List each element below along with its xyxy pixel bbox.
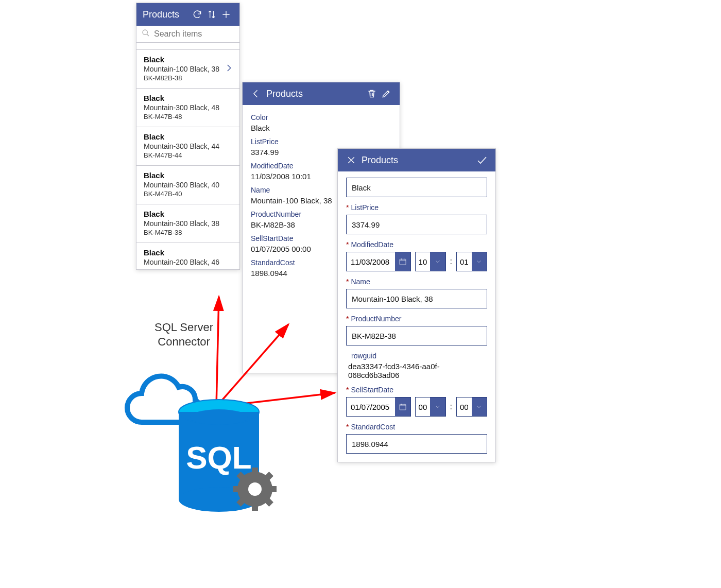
list-item-name: Mountain-300 Black, 40 — [144, 181, 232, 189]
list-item-sku: BK-M47B-38 — [144, 229, 232, 236]
list-item-sku: BK-M82B-38 — [144, 74, 232, 82]
delete-icon[interactable] — [365, 87, 379, 101]
chevron-down-icon[interactable] — [430, 397, 445, 416]
list-item[interactable]: Black Mountain-200 Black, 46 — [136, 243, 239, 269]
list-card: Products Black Mountain-100 Black, 38 BK… — [136, 3, 240, 270]
list-item-color: Black — [144, 171, 232, 180]
svg-text:SQL: SQL — [186, 440, 251, 475]
edit-card: Products Black *ListPrice 3374.99 *Modif… — [337, 148, 496, 462]
list-item-name: Mountain-200 Black, 46 — [144, 258, 232, 266]
edit-title: Products — [362, 155, 475, 166]
search-input[interactable] — [154, 29, 234, 39]
calendar-icon[interactable] — [395, 397, 410, 416]
input-prodnum[interactable]: BK-M82B-38 — [346, 326, 487, 345]
svg-rect-16 — [233, 486, 242, 492]
input-sellstart-hh[interactable]: 00 — [415, 397, 446, 417]
edit-body: Black *ListPrice 3374.99 *ModifiedDate 1… — [338, 171, 495, 462]
input-moddate-hh[interactable]: 10 — [415, 252, 446, 271]
list-item-name: Mountain-300 Black, 38 — [144, 219, 232, 228]
input-sellstart-date[interactable]: 01/07/2005 — [346, 397, 411, 417]
list-item-color: Black — [144, 248, 232, 257]
input-sellstart-mm[interactable]: 00 — [456, 397, 487, 417]
list-header: Products — [136, 3, 239, 26]
val-rowguid: dea33347-fcd3-4346-aa0f-068cd6b3ad06 — [348, 362, 487, 379]
svg-rect-2 — [400, 404, 406, 410]
datetime-moddate: 11/03/2008 10 : 01 — [346, 252, 487, 271]
detail-title: Products — [266, 89, 365, 99]
list-item[interactable]: Black Mountain-300 Black, 48 BK-M47B-48 — [136, 89, 239, 127]
sql-database-icon: SQL — [121, 360, 281, 520]
svg-rect-14 — [252, 468, 258, 476]
annotation-sql-connector: SQL Server Connector — [154, 320, 213, 349]
val-color: Black — [251, 124, 391, 132]
chevron-down-icon[interactable] — [430, 252, 445, 271]
list-item-sku: BK-M47B-48 — [144, 113, 232, 120]
lbl-listprice-edit: *ListPrice — [346, 203, 487, 212]
lbl-moddate-edit: *ModifiedDate — [346, 240, 487, 249]
lbl-listprice: ListPrice — [251, 137, 391, 146]
svg-point-13 — [248, 482, 262, 496]
lbl-sellstart-edit: *SellStartDate — [346, 386, 487, 394]
list-item-sku: BK-M47B-40 — [144, 190, 232, 198]
confirm-icon[interactable] — [475, 153, 489, 167]
calendar-icon[interactable] — [395, 252, 410, 271]
detail-header: Products — [243, 82, 400, 105]
edit-header: Products — [338, 149, 495, 171]
sort-icon[interactable] — [204, 7, 219, 22]
input-name[interactable]: Mountain-100 Black, 38 — [346, 289, 487, 308]
list-item-color: Black — [144, 55, 232, 64]
close-icon[interactable] — [344, 153, 358, 167]
edit-icon[interactable] — [379, 87, 393, 101]
datetime-sellstart: 01/07/2005 00 : 00 — [346, 397, 487, 417]
svg-rect-15 — [252, 503, 258, 511]
back-icon[interactable] — [249, 87, 263, 101]
chevron-down-icon[interactable] — [472, 252, 487, 271]
input-stdcost[interactable]: 1898.0944 — [346, 434, 487, 454]
input-moddate-date[interactable]: 11/03/2008 — [346, 252, 411, 271]
list-item-name: Mountain-300 Black, 44 — [144, 142, 232, 150]
list-item-color: Black — [144, 210, 232, 218]
chevron-right-icon — [224, 63, 233, 75]
svg-point-10 — [190, 409, 248, 425]
input-color[interactable]: Black — [346, 178, 487, 197]
list-spacer — [136, 43, 239, 50]
lbl-stdcost-edit: *StandardCost — [346, 423, 487, 431]
list-item-color: Black — [144, 94, 232, 102]
add-icon[interactable] — [219, 7, 233, 22]
lbl-color: Color — [251, 113, 391, 122]
list-item[interactable]: Black Mountain-300 Black, 40 BK-M47B-40 — [136, 166, 239, 204]
svg-rect-1 — [400, 259, 406, 265]
input-listprice[interactable]: 3374.99 — [346, 215, 487, 234]
list-item[interactable]: Black Mountain-300 Black, 44 BK-M47B-44 — [136, 127, 239, 166]
search-icon — [142, 29, 150, 39]
list-item[interactable]: Black Mountain-300 Black, 38 BK-M47B-38 — [136, 204, 239, 243]
list-title: Products — [143, 9, 190, 20]
svg-rect-17 — [268, 486, 277, 492]
lbl-prodnum-edit: *ProductNumber — [346, 315, 487, 323]
list-item-name: Mountain-100 Black, 38 — [144, 65, 232, 73]
list-item-sku: BK-M47B-44 — [144, 151, 232, 159]
input-moddate-mm[interactable]: 01 — [456, 252, 487, 271]
list-item[interactable]: Black Mountain-100 Black, 38 BK-M82B-38 — [136, 50, 239, 89]
list-item-color: Black — [144, 132, 232, 141]
chevron-down-icon[interactable] — [472, 397, 487, 416]
search-row[interactable] — [136, 26, 239, 43]
lbl-rowguid: rowguid — [351, 352, 487, 360]
refresh-icon[interactable] — [190, 7, 204, 22]
lbl-name-edit: *Name — [346, 278, 487, 286]
svg-point-0 — [143, 30, 147, 34]
list-item-name: Mountain-300 Black, 48 — [144, 103, 232, 112]
